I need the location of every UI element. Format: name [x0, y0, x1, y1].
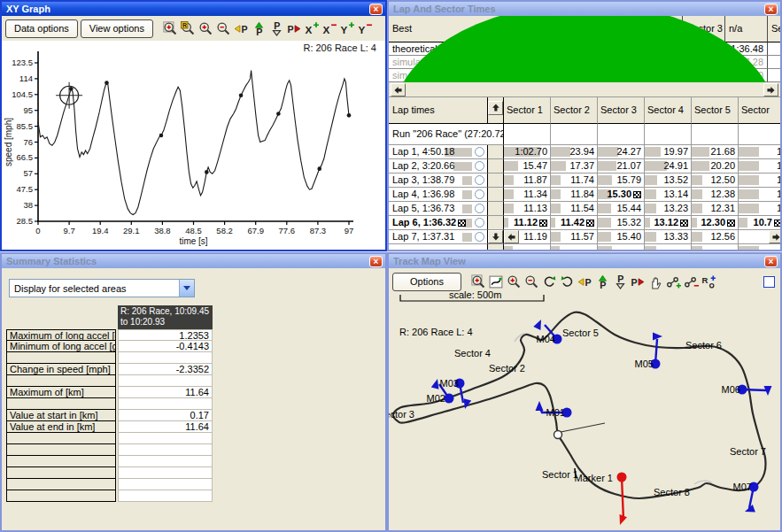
fit-track-icon[interactable] [488, 274, 504, 289]
chevron-down-icon[interactable] [179, 280, 194, 297]
map-marker-M07[interactable]: M07 [733, 482, 759, 513]
stats-row-label: Maximum of [km] [6, 387, 116, 398]
track-map-window: Sector 5Sector 6Sector 4Sector 2Sector 7… [387, 252, 782, 532]
lap-radio[interactable] [475, 218, 484, 227]
track-map-titlebar[interactable]: Track Map View × [389, 254, 780, 268]
speed-time-chart[interactable]: 28.53847.55766.57685.595104.5114123.509.… [2, 41, 385, 250]
lap-row-label[interactable]: Lap 1, 4:50.18 [389, 145, 488, 159]
x-plus-icon[interactable]: X [305, 20, 321, 36]
rotate-ccw-icon[interactable] [559, 274, 575, 289]
lap-row-label[interactable]: Lap 2, 3:20.66 [389, 159, 488, 173]
lap-sector-cell: 11.87 [504, 173, 551, 188]
display-mode-value: Display for selected areas [14, 283, 127, 294]
zoom-in-icon[interactable] [506, 274, 522, 289]
lap-sector-cell: 21.07 [598, 159, 645, 173]
zoom-out-icon[interactable] [523, 274, 539, 289]
display-mode-select[interactable]: Display for selected areas [9, 279, 195, 297]
svg-text:P: P [288, 24, 294, 35]
zoom-reset-icon[interactable]: R [181, 20, 197, 36]
svg-text:104.5: 104.5 [12, 89, 33, 99]
lap-radio[interactable] [475, 161, 484, 171]
map-marker-M01[interactable]: M01 [536, 401, 572, 418]
run-row-label[interactable]: Run "206 Race" (27:20.72) [389, 124, 504, 145]
lap-row-label[interactable]: Lap 7, 1:37.31 [389, 230, 488, 244]
scroll-left-button[interactable] [391, 83, 406, 96]
pan-left-icon[interactable]: P [234, 20, 250, 36]
stats-row-value [118, 456, 213, 467]
lap-radio[interactable] [475, 232, 484, 242]
lap-sector-titlebar[interactable]: Lap And Sector Times × [389, 2, 780, 16]
play-icon[interactable]: P [287, 20, 303, 36]
run-row-cell [645, 124, 692, 145]
svg-text:123.5: 123.5 [12, 58, 33, 67]
lap-row-partial [739, 244, 782, 251]
sector-column-header: Sector 3 [598, 97, 645, 124]
scroll-right-button[interactable] [769, 230, 782, 243]
stats-row-value: 11.64 [118, 387, 213, 398]
scroll-down-button[interactable] [488, 230, 503, 243]
y-plus-icon[interactable]: Y [340, 20, 356, 36]
x-minus-icon[interactable]: X [322, 20, 338, 36]
selected-radio[interactable] [499, 44, 508, 54]
map-marker-M06[interactable]: M06 [722, 384, 772, 396]
lap-sector-cell: 13.52 [645, 173, 692, 188]
lap-sector-cell: 24.91 [645, 159, 692, 173]
lap-row-label[interactable]: Lap 4, 1:36.98 [389, 188, 488, 202]
close-icon[interactable]: × [764, 256, 778, 267]
lap-sector-cell: 15.47 [504, 159, 551, 173]
pan-down-icon[interactable]: P [269, 20, 285, 36]
close-icon[interactable]: × [369, 256, 383, 267]
svg-text:85.5: 85.5 [17, 121, 34, 131]
y-minus-icon[interactable]: Y [358, 20, 374, 36]
start-finish-marker[interactable] [554, 423, 606, 439]
close-icon[interactable]: × [369, 4, 383, 15]
options-button[interactable]: Options [392, 273, 461, 291]
node-add-icon[interactable] [665, 274, 681, 289]
pan-down-icon[interactable]: P [612, 274, 628, 289]
lap-row-label[interactable]: Lap 5, 1:36.73 [389, 202, 488, 216]
node-remove-icon[interactable] [683, 274, 699, 289]
map-marker-Marker-1[interactable]: Marker 1 [575, 468, 627, 525]
zoom-window-icon[interactable] [163, 20, 179, 36]
svg-text:58.2: 58.2 [216, 226, 233, 235]
map-marker-M05[interactable]: M05 [635, 333, 662, 370]
play-icon[interactable]: P [630, 274, 646, 289]
lap-radio[interactable] [475, 189, 484, 199]
svg-text:P: P [275, 21, 281, 31]
pan-up-icon[interactable]: P [594, 274, 610, 289]
lap-sector-cell: 1 [739, 145, 782, 159]
zoom-window-icon[interactable] [470, 274, 486, 289]
track-map[interactable]: Sector 5Sector 6Sector 4Sector 2Sector 7… [389, 254, 780, 530]
best-row-label[interactable]: theoretical, 12:50.88 [389, 42, 513, 56]
map-checkbox[interactable] [763, 276, 775, 288]
svg-text:47.5: 47.5 [17, 184, 34, 194]
run-row-cell [692, 124, 739, 145]
hand-icon[interactable] [647, 274, 663, 289]
lap-row-label[interactable]: Lap 3, 1:38.79 [389, 173, 488, 188]
scroll-right-button[interactable] [763, 83, 778, 96]
lap-row-label[interactable]: Lap 6, 1:36.32 [389, 216, 488, 230]
xy-graph-titlebar[interactable]: XY Graph × [2, 2, 385, 16]
data-options-button[interactable]: Data options [5, 19, 78, 38]
scroll-left-button[interactable] [504, 230, 519, 243]
svg-text:M06: M06 [722, 384, 740, 395]
lap-sector-cell: 13.14 [645, 188, 692, 202]
svg-text:66.5: 66.5 [17, 152, 34, 162]
pan-left-icon[interactable]: P [577, 274, 592, 289]
lap-radio[interactable] [475, 147, 484, 157]
lap-radio[interactable] [475, 175, 484, 185]
stats-row-value [118, 352, 213, 364]
close-icon[interactable]: × [764, 4, 778, 15]
svg-text:38.8: 38.8 [154, 226, 171, 235]
zoom-out-icon[interactable] [216, 20, 232, 36]
summary-titlebar[interactable]: Summary Statistics × [2, 254, 385, 268]
stats-row-label: Value at end in [km] [6, 421, 116, 433]
zoom-in-icon[interactable] [198, 20, 214, 36]
pan-up-icon[interactable]: P [252, 20, 267, 36]
lap-radio[interactable] [475, 204, 484, 213]
view-options-button[interactable]: View options [81, 19, 153, 38]
scroll-up-button[interactable] [488, 101, 503, 115]
node-r-icon[interactable]: R [701, 274, 716, 289]
speed-time-chart-area[interactable]: R: 206 Race L: 4 28.53847.55766.57685.59… [2, 41, 385, 250]
rotate-cw-icon[interactable] [541, 274, 557, 289]
